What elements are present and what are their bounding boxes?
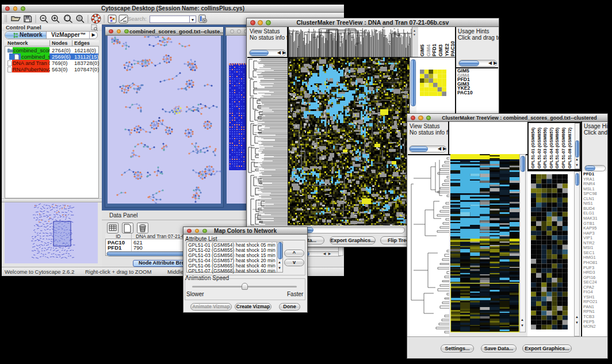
svg-text:Search:: Search: <box>128 16 147 22</box>
